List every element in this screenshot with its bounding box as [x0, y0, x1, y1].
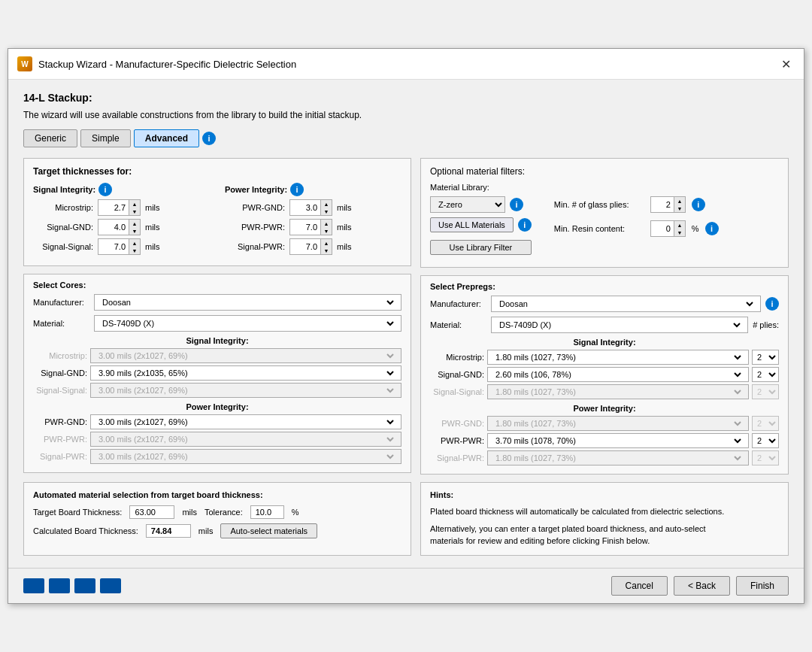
pwr-gnd-up-btn[interactable]: ▲	[321, 200, 332, 208]
power-integrity-col: Power Integrity: i PWR-GND: ▲ ▼	[225, 183, 401, 258]
min-glass-down-btn[interactable]: ▼	[674, 205, 685, 212]
prepregs-signal-gnd-select[interactable]: 2.60 mils (106, 78%)	[492, 369, 744, 380]
cores-material-dropdown[interactable]: DS-7409D (X)	[94, 315, 401, 332]
advanced-button[interactable]: Advanced	[134, 129, 199, 147]
back-button[interactable]: < Back	[674, 576, 730, 596]
prepregs-microstrip-select[interactable]: 1.80 mils (1027, 73%)	[492, 352, 744, 362]
prepregs-pwr-gnd-plies: 2	[752, 416, 779, 431]
pwr-pwr-down-btn[interactable]: ▼	[321, 227, 332, 235]
cores-microstrip-row: Microstrip: 3.00 mils (2x1027, 69%)	[33, 348, 401, 363]
pwr-gnd-spinbox[interactable]: ▲ ▼	[289, 199, 332, 216]
pwr-pwr-input[interactable]	[290, 221, 320, 233]
prepregs-pwr-pwr-select[interactable]: 3.70 mils (1078, 70%)	[492, 435, 744, 446]
use-library-filter-button[interactable]: Use Library Filter	[430, 240, 532, 255]
pwr-pwr-up-btn[interactable]: ▲	[321, 220, 332, 227]
signal-pwr-spinbox[interactable]: ▲ ▼	[289, 238, 332, 255]
signal-integrity-info-icon[interactable]: i	[98, 183, 112, 196]
calculated-board-input[interactable]	[146, 524, 191, 538]
pwr-gnd-down-btn[interactable]: ▼	[321, 208, 332, 215]
min-resin-info-icon[interactable]: i	[705, 222, 719, 235]
auto-material-section: Automated material selection from target…	[23, 482, 411, 556]
min-resin-up-btn[interactable]: ▲	[674, 221, 685, 229]
dot-3	[74, 578, 95, 593]
finish-button[interactable]: Finish	[736, 576, 789, 596]
cores-signal-gnd-combo[interactable]: 3.90 mils (2x1035, 65%)	[90, 365, 401, 381]
power-integrity-info-icon[interactable]: i	[290, 183, 304, 196]
generic-button[interactable]: Generic	[23, 129, 77, 147]
microstrip-down-btn[interactable]: ▼	[129, 208, 140, 215]
hints-line2-text: Alternatively, you can enter a target pl…	[430, 524, 706, 533]
pwr-gnd-input[interactable]	[290, 202, 320, 214]
prepregs-pwr-pwr-plies[interactable]: 2	[752, 433, 779, 448]
min-glass-spinbox[interactable]: ▲ ▼	[650, 196, 686, 213]
cores-pwr-gnd-combo[interactable]: 3.00 mils (2x1027, 69%)	[90, 414, 401, 429]
signal-signal-spinbox[interactable]: ▲ ▼	[98, 238, 141, 255]
cores-signal-gnd-select[interactable]: 3.90 mils (2x1035, 65%)	[95, 368, 396, 378]
prepregs-material-dropdown[interactable]: DS-7409D (X)	[491, 317, 748, 333]
signal-signal-up-btn[interactable]: ▲	[129, 239, 140, 247]
target-board-row: Target Board Thickness: mils Tolerance: …	[33, 505, 401, 519]
microstrip-input[interactable]	[98, 202, 129, 214]
material-library-row: Material Library:	[430, 183, 779, 192]
cores-manufacturer-select[interactable]: Doosan	[99, 297, 396, 308]
min-resin-spinbox[interactable]: ▲ ▼	[650, 220, 686, 237]
signal-pwr-unit: mils	[337, 242, 352, 251]
pwr-gnd-label: PWR-GND:	[225, 203, 285, 212]
min-glass-info-icon[interactable]: i	[692, 198, 705, 211]
prepregs-material-select[interactable]: DS-7409D (X)	[496, 320, 743, 330]
signal-gnd-spinbox[interactable]: ▲ ▼	[98, 219, 141, 235]
hints-section: Hints: Plated board thickness will autom…	[420, 482, 789, 556]
prepregs-pwr-pwr-row: PWR-PWR: 3.70 mils (1078, 70%) 2	[430, 433, 779, 448]
cancel-button[interactable]: Cancel	[611, 576, 668, 596]
cores-manufacturer-dropdown[interactable]: Doosan	[94, 294, 401, 311]
prepregs-pwr-gnd-select: 1.80 mils (1027, 73%)	[492, 418, 744, 429]
microstrip-spinbox[interactable]: ▲ ▼	[98, 199, 141, 216]
min-resin-down-btn[interactable]: ▼	[674, 229, 685, 236]
prepregs-signal-gnd-combo[interactable]: 2.60 mils (106, 78%)	[487, 367, 749, 382]
use-all-materials-button[interactable]: Use ALL Materials	[430, 217, 514, 232]
cores-pwr-gnd-label: PWR-GND:	[33, 417, 87, 426]
cores-material-select[interactable]: DS-7409D (X)	[99, 318, 396, 329]
cores-pwr-gnd-select[interactable]: 3.00 mils (2x1027, 69%)	[95, 417, 396, 427]
plies-header-label: # plies:	[753, 320, 779, 329]
signal-signal-down-btn[interactable]: ▼	[129, 247, 140, 254]
microstrip-up-btn[interactable]: ▲	[129, 200, 140, 208]
signal-pwr-input[interactable]	[290, 241, 320, 253]
library-select[interactable]: Z-zero	[430, 196, 505, 213]
pwr-pwr-spinbox[interactable]: ▲ ▼	[289, 219, 332, 235]
prepregs-manufacturer-select[interactable]: Doosan	[496, 299, 756, 309]
tolerance-input[interactable]	[250, 505, 284, 519]
signal-pwr-up-btn[interactable]: ▲	[321, 239, 332, 247]
min-resin-row: Min. Resin content: ▲ ▼ % i	[554, 220, 719, 237]
signal-gnd-down-btn[interactable]: ▼	[129, 227, 140, 235]
signal-gnd-up-btn[interactable]: ▲	[129, 220, 140, 227]
prepregs-signal-gnd-plies[interactable]: 2	[752, 367, 779, 382]
simple-button[interactable]: Simple	[80, 129, 131, 147]
min-resin-input[interactable]	[651, 223, 674, 235]
cores-signal-gnd-row: Signal-GND: 3.90 mils (2x1035, 65%)	[33, 365, 401, 381]
min-glass-label: Min. # of glass plies:	[554, 200, 644, 209]
use-all-info-icon[interactable]: i	[518, 218, 532, 232]
min-glass-up-btn[interactable]: ▲	[674, 197, 685, 205]
prepregs-pwr-pwr-combo[interactable]: 3.70 mils (1078, 70%)	[487, 433, 749, 448]
mode-info-icon[interactable]: i	[202, 132, 216, 145]
target-board-input[interactable]	[129, 505, 174, 519]
prepregs-info-icon[interactable]: i	[765, 297, 779, 311]
tolerance-label: Tolerance:	[205, 508, 243, 517]
min-glass-input[interactable]	[651, 199, 674, 211]
prepregs-microstrip-plies[interactable]: 2	[752, 350, 779, 365]
signal-gnd-input[interactable]	[98, 221, 129, 233]
microstrip-unit: mils	[145, 203, 160, 212]
prepregs-manufacturer-dropdown[interactable]: Doosan	[491, 296, 761, 312]
auto-select-button[interactable]: Auto-select materials	[220, 523, 317, 538]
hints-line1: Plated board thickness will automaticall…	[430, 505, 779, 518]
signal-pwr-down-btn[interactable]: ▼	[321, 247, 332, 254]
prepregs-signal-pwr-label: Signal-PWR:	[430, 453, 484, 462]
window-title: Stackup Wizard - Manufacturer-Specific D…	[38, 59, 296, 70]
prepregs-microstrip-combo[interactable]: 1.80 mils (1027, 73%)	[487, 350, 749, 365]
cores-pwr-pwr-select: 3.00 mils (2x1027, 69%)	[95, 434, 396, 444]
close-button[interactable]: ✕	[777, 55, 795, 73]
prepregs-section: Select Prepregs: Manufacturer: Doosan i	[420, 275, 789, 475]
signal-signal-input[interactable]	[98, 241, 129, 253]
library-info-icon[interactable]: i	[510, 198, 523, 211]
